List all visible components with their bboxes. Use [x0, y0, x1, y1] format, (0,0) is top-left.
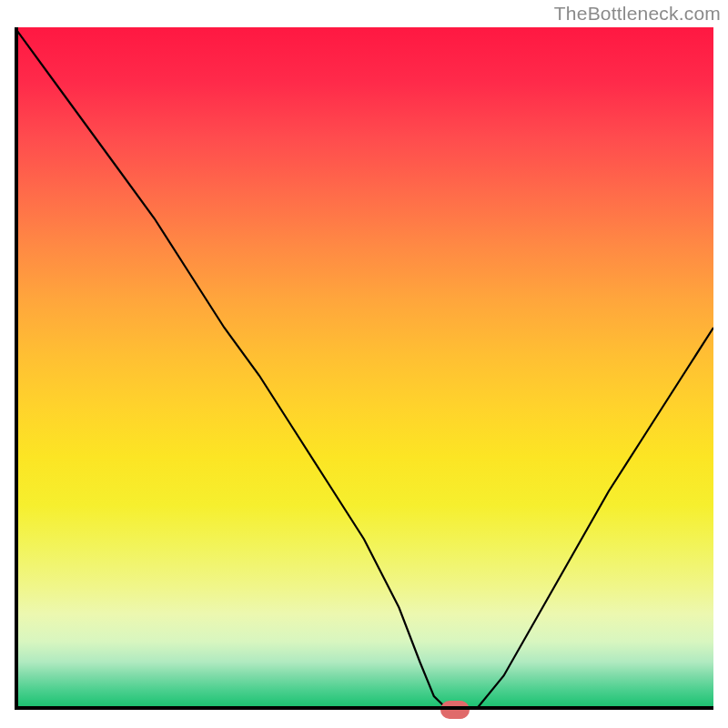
- watermark-text: TheBottleneck.com: [554, 3, 721, 25]
- plot-area: [15, 27, 713, 710]
- bottleneck-curve: [15, 27, 713, 710]
- bottleneck-optimum-marker: [440, 701, 470, 719]
